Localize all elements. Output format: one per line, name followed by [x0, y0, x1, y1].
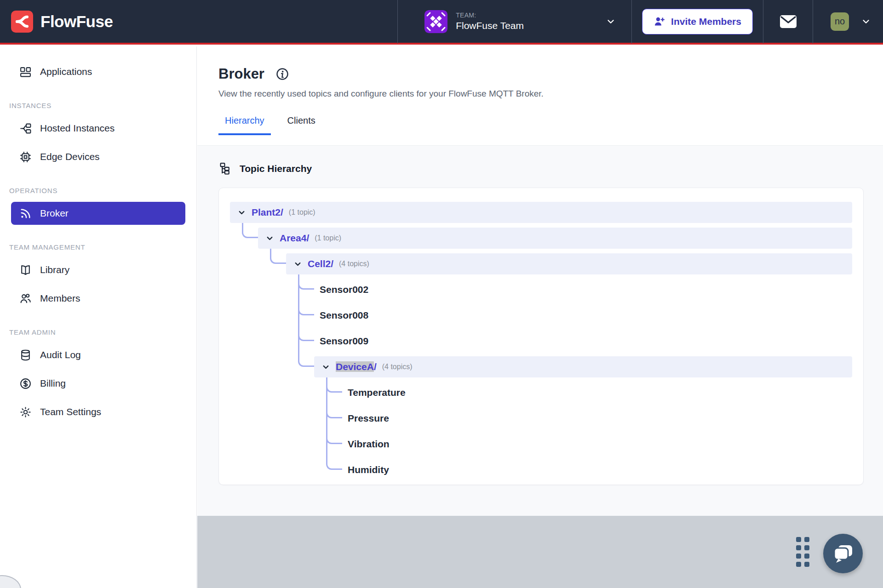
- tree-leaf-label: Sensor008: [320, 310, 368, 321]
- chevron-down-icon: [606, 17, 616, 27]
- chat-bubbles-icon: [831, 542, 855, 565]
- applications-icon: [19, 66, 32, 78]
- sidebar-item-label: Library: [40, 264, 69, 275]
- topic-tree: Plant2/ (1 topic) Area4/ (1 topic): [230, 202, 852, 480]
- team-label: TEAM:: [456, 11, 524, 19]
- tree-leaf-sensor009[interactable]: Sensor009: [320, 331, 852, 352]
- tree-node-plant2[interactable]: Plant2/ (1 topic): [230, 202, 852, 223]
- sidebar-item-applications[interactable]: Applications: [11, 60, 185, 83]
- invite-members-button[interactable]: Invite Members: [642, 9, 753, 34]
- tree-leaf-temperature[interactable]: Temperature: [348, 382, 852, 403]
- team-avatar-identicon: [424, 10, 447, 33]
- team-settings-gear-icon: [19, 406, 32, 418]
- team-name: FlowFuse Team: [456, 20, 524, 31]
- tree-node-cell2[interactable]: Cell2/ (4 topics): [286, 253, 852, 274]
- chevron-down-icon[interactable]: [293, 260, 302, 268]
- section-title: Topic Hierarchy: [240, 163, 312, 174]
- team-selector[interactable]: TEAM: FlowFuse Team: [398, 0, 631, 44]
- sidebar-item-team-settings[interactable]: Team Settings: [11, 400, 185, 423]
- footer-gray-area: [197, 516, 883, 588]
- sidebar-item-members[interactable]: Members: [11, 287, 185, 310]
- sidebar-item-audit-log[interactable]: Audit Log: [11, 343, 185, 366]
- sidebar-section-instances: INSTANCES: [9, 102, 185, 109]
- sidebar-item-label: Members: [40, 293, 80, 304]
- topic-hierarchy-card: Plant2/ (1 topic) Area4/ (1 topic): [218, 188, 864, 485]
- chevron-down-icon[interactable]: [237, 208, 246, 217]
- main-content: Broker View the recently used topics and…: [197, 46, 883, 588]
- tree-leaf-humidity[interactable]: Humidity: [348, 459, 852, 480]
- page-description: View the recently used topics and config…: [218, 89, 883, 99]
- sidebar-item-label: Billing: [40, 378, 66, 389]
- page-header: Broker View the recently used topics and…: [197, 46, 883, 146]
- chevron-down-icon: [861, 17, 871, 27]
- tree-leaf-label: Vibration: [348, 439, 390, 450]
- chat-widget-button[interactable]: [823, 534, 863, 573]
- tree-node-area4[interactable]: Area4/ (1 topic): [258, 228, 852, 249]
- sidebar-item-label: Applications: [40, 66, 92, 77]
- sidebar-section-operations: OPERATIONS: [9, 187, 185, 194]
- tree-connector: [326, 377, 342, 470]
- sidebar-item-label: Broker: [40, 208, 69, 219]
- tab-clients[interactable]: Clients: [281, 115, 322, 135]
- tree-node-label: Cell2/: [308, 258, 333, 269]
- tree-connector: [298, 274, 314, 367]
- flowfuse-logo-icon: [11, 11, 33, 33]
- user-menu[interactable]: no: [813, 0, 883, 44]
- edge-devices-icon: [19, 151, 32, 163]
- sidebar-item-edge-devices[interactable]: Edge Devices: [11, 145, 185, 168]
- sidebar-section-team-admin: TEAM ADMIN: [9, 328, 185, 336]
- tab-hierarchy[interactable]: Hierarchy: [218, 115, 271, 135]
- members-users-icon: [19, 292, 32, 305]
- tree-node-label: Plant2/: [252, 207, 283, 218]
- sidebar: Applications INSTANCES Hosted Instances …: [0, 46, 197, 588]
- tab-bar: Hierarchy Clients: [218, 115, 883, 135]
- library-book-icon: [19, 264, 32, 276]
- tree-leaf-label: Sensor009: [320, 336, 368, 347]
- topic-hierarchy-icon: [219, 162, 232, 175]
- broker-rss-icon: [19, 207, 32, 220]
- tree-leaf-label: Pressure: [348, 413, 389, 424]
- mail-icon: [780, 15, 797, 29]
- selected-text: DeviceA: [336, 361, 374, 372]
- team-texts: TEAM: FlowFuse Team: [456, 11, 524, 31]
- info-icon[interactable]: [275, 67, 289, 81]
- sidebar-section-team-management: TEAM MANAGEMENT: [9, 243, 185, 251]
- sidebar-item-hosted-instances[interactable]: Hosted Instances: [11, 117, 185, 140]
- tree-leaf-sensor002[interactable]: Sensor002: [320, 279, 852, 300]
- user-avatar: no: [831, 12, 849, 31]
- brand[interactable]: FlowFuse: [0, 11, 397, 33]
- page-title: Broker: [218, 66, 264, 82]
- invite-members-label: Invite Members: [671, 16, 741, 27]
- app: FlowFuse TEAM: FlowFu: [0, 0, 883, 588]
- tree-connector: [270, 249, 286, 264]
- top-navbar: FlowFuse TEAM: FlowFu: [0, 0, 883, 45]
- sidebar-item-label: Audit Log: [40, 349, 81, 360]
- hosted-instances-icon: [19, 122, 32, 135]
- tree-node-count: (4 topics): [382, 363, 413, 371]
- audit-log-database-icon: [19, 349, 32, 361]
- tree-connector: [242, 223, 258, 238]
- sidebar-item-billing[interactable]: Billing: [11, 372, 185, 395]
- sidebar-item-broker[interactable]: Broker: [11, 202, 185, 225]
- invite-members-wrap: Invite Members: [632, 0, 763, 44]
- tree-leaf-vibration[interactable]: Vibration: [348, 434, 852, 455]
- tree-leaf-pressure[interactable]: Pressure: [348, 408, 852, 429]
- tree-leaf-label: Temperature: [348, 387, 406, 398]
- invite-person-plus-icon: [654, 16, 665, 28]
- notifications-button[interactable]: [763, 0, 813, 44]
- chevron-down-icon[interactable]: [265, 234, 274, 243]
- tree-node-count: (4 topics): [339, 260, 369, 268]
- tree-leaf-label: Sensor002: [320, 284, 368, 295]
- drag-dots-handle[interactable]: [796, 537, 809, 567]
- brand-name: FlowFuse: [40, 12, 113, 31]
- sidebar-item-library[interactable]: Library: [11, 258, 185, 281]
- hierarchy-tab-panel: Topic Hierarchy: [197, 146, 883, 485]
- tree-node-count: (1 topic): [289, 208, 315, 217]
- sidebar-item-label: Edge Devices: [40, 151, 100, 162]
- chevron-down-icon[interactable]: [321, 363, 330, 371]
- tree-node-devicea[interactable]: DeviceA/ (4 topics): [314, 356, 852, 377]
- sidebar-item-label: Team Settings: [40, 406, 101, 417]
- tree-leaf-sensor008[interactable]: Sensor008: [320, 305, 852, 326]
- tree-leaf-label: Humidity: [348, 464, 389, 475]
- billing-dollar-icon: [19, 377, 32, 390]
